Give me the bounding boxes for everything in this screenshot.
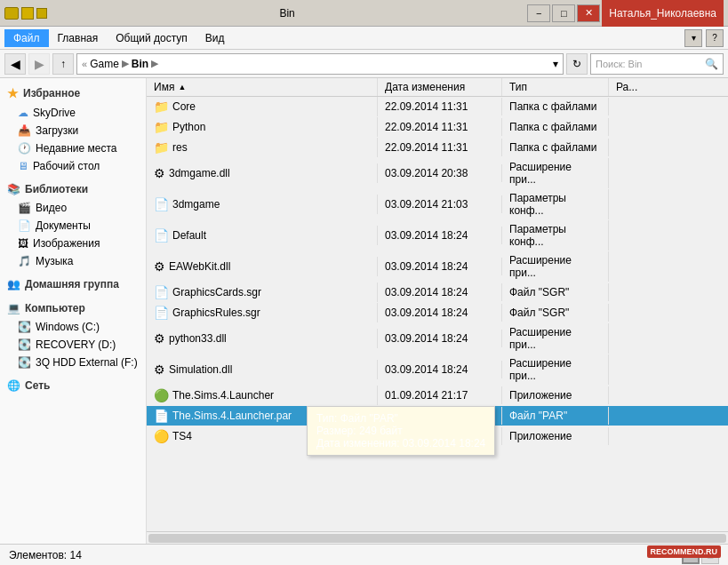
window-icon3 xyxy=(36,8,47,19)
sidebar-item-desktop[interactable]: 🖥 Рабочий стол xyxy=(0,157,146,175)
menu-item-home[interactable]: Главная xyxy=(49,29,108,47)
sidebar-header-network[interactable]: 🌐 Сеть xyxy=(0,376,146,395)
file-size xyxy=(609,393,662,398)
table-row[interactable]: 📁 Core 22.09.2014 11:31 Папка с файлами xyxy=(147,97,728,117)
table-row[interactable]: ⚙ Simulation.dll 03.09.2014 18:24 Расшир… xyxy=(147,354,728,386)
file-type: Параметры конф... xyxy=(502,189,609,219)
col-header-name[interactable]: Имя ▲ xyxy=(147,78,378,96)
file-name: Python xyxy=(172,121,205,133)
file-icon: 🟢 xyxy=(154,388,169,402)
table-row[interactable]: 📁 Python 22.09.2014 11:31 Папка с файлам… xyxy=(147,117,728,138)
file-name: EAWebKit.dll xyxy=(169,260,230,273)
table-row[interactable]: 📄 Default 03.09.2014 18:24 Параметры кон… xyxy=(147,220,728,251)
back-button[interactable]: ◀ xyxy=(4,53,26,75)
forward-button[interactable]: ▶ xyxy=(28,53,50,75)
menu-bar-right: ▾ ? xyxy=(684,29,724,47)
sidebar-section-computer: 💻 Компьютер 💽 Windows (C:) 💽 RECOVERY (D… xyxy=(0,298,146,371)
status-bar: Элементов: 14 ☰ ⊞ xyxy=(0,544,728,565)
menu-item-share[interactable]: Общий доступ xyxy=(107,29,196,47)
file-type: Папка с файлами xyxy=(502,118,609,136)
file-name: 3dmgame.dll xyxy=(169,167,230,179)
file-size xyxy=(609,171,662,176)
sidebar-item-music[interactable]: 🎵 Музыка xyxy=(0,252,146,270)
drive-c-label: Windows (C:) xyxy=(36,321,100,333)
table-row[interactable]: 📄 GraphicsCards.sgr 03.09.2014 18:24 Фай… xyxy=(147,282,728,303)
col-header-date[interactable]: Дата изменения xyxy=(378,78,502,96)
sidebar-item-documents[interactable]: 📄 Документы xyxy=(0,217,146,235)
libraries-label: Библиотеки xyxy=(25,183,88,195)
table-row[interactable]: ⚙ python33.dll 03.09.2014 18:24 Расширен… xyxy=(147,323,728,354)
table-row[interactable]: 🟢 The.Sims.4.Launcher 01.09.2014 21:17 П… xyxy=(147,386,728,406)
sidebar-item-skydrive[interactable]: ☁ SkyDrive xyxy=(0,104,146,122)
recent-icon: 🕐 xyxy=(18,142,31,155)
up-button[interactable]: ↑ xyxy=(52,53,74,75)
sidebar-item-images[interactable]: 🖼 Изображения xyxy=(0,235,146,252)
file-date: 03.09.2014 18:24 xyxy=(378,258,502,275)
file-date: 22.09.2014 11:31 xyxy=(378,139,502,156)
sidebar-section-network: 🌐 Сеть xyxy=(0,376,146,395)
file-icon: 📄 xyxy=(154,306,169,320)
path-arrow-1: ▶ xyxy=(122,58,129,69)
file-icon: 📄 xyxy=(154,285,169,299)
file-type: Расширение при... xyxy=(502,158,609,188)
file-list: 📁 Core 22.09.2014 11:31 Папка с файлами … xyxy=(147,97,728,531)
col-header-size[interactable]: Ра... xyxy=(609,78,662,96)
file-icon: 📁 xyxy=(154,120,169,134)
main-container: ★ Избранное ☁ SkyDrive 📥 Загрузки 🕐 Неда… xyxy=(0,78,728,544)
file-name: res xyxy=(172,141,188,154)
file-name: GraphicsRules.sgr xyxy=(172,306,260,319)
skydrive-icon: ☁ xyxy=(18,107,28,119)
sidebar-item-recent[interactable]: 🕐 Недавние места xyxy=(0,139,146,157)
horizontal-scrollbar[interactable] xyxy=(147,531,728,544)
images-label: Изображения xyxy=(33,237,100,250)
path-dropdown-arrow[interactable]: ▾ xyxy=(553,58,558,70)
file-size xyxy=(609,264,662,269)
computer-label: Компьютер xyxy=(25,302,85,314)
col-header-type[interactable]: Тип xyxy=(502,78,609,96)
table-row[interactable]: 📄 The.Sims.4.Launcher.par 03.09.2014 18:… xyxy=(147,406,728,426)
file-size xyxy=(609,124,662,130)
menu-bar: Файл Главная Общий доступ Вид ▾ ? xyxy=(0,27,728,50)
file-name: Simulation.dll xyxy=(169,363,232,376)
path-segment-game: Game xyxy=(90,58,119,70)
menu-item-file[interactable]: Файл xyxy=(4,29,49,47)
refresh-button[interactable]: ↻ xyxy=(566,53,588,75)
help-button[interactable]: ? xyxy=(706,29,724,47)
table-row[interactable]: 📁 res 22.09.2014 11:31 Папка с файлами xyxy=(147,138,728,158)
user-label: Наталья_Николаевна xyxy=(602,0,724,27)
file-header: Имя ▲ Дата изменения Тип Ра... xyxy=(147,78,728,97)
sidebar-item-drive-d[interactable]: 💽 RECOVERY (D:) xyxy=(0,336,146,354)
item-count: Элементов: 14 xyxy=(9,549,82,561)
sidebar-item-drive-c[interactable]: 💽 Windows (C:) xyxy=(0,318,146,336)
address-bar[interactable]: « Game ▶ Bin ▶ ▾ xyxy=(76,53,564,75)
sort-arrow: ▲ xyxy=(178,83,186,92)
file-size xyxy=(609,434,662,439)
minimize-button[interactable]: − xyxy=(527,4,550,22)
menu-item-view[interactable]: Вид xyxy=(196,29,234,47)
close-button[interactable]: ✕ xyxy=(577,4,600,22)
documents-icon: 📄 xyxy=(18,219,31,232)
file-icon: 🟡 xyxy=(154,429,169,443)
window-icon xyxy=(4,7,19,20)
computer-icon: 💻 xyxy=(7,302,20,314)
table-row[interactable]: ⚙ EAWebKit.dll 03.09.2014 18:24 Расширен… xyxy=(147,251,728,282)
maximize-button[interactable]: □ xyxy=(552,4,575,22)
file-size xyxy=(609,104,662,109)
file-size xyxy=(609,367,662,372)
hscroll-thumb[interactable] xyxy=(148,534,726,543)
sidebar-item-downloads[interactable]: 📥 Загрузки xyxy=(0,122,146,139)
menu-expand-button[interactable]: ▾ xyxy=(684,29,702,47)
table-row[interactable]: 📄 3dmgame 03.09.2014 21:03 Параметры кон… xyxy=(147,189,728,220)
table-row[interactable]: 📄 GraphicsRules.sgr 03.09.2014 18:24 Фай… xyxy=(147,303,728,323)
file-type: Папка с файлами xyxy=(502,98,609,115)
libraries-icon: 📚 xyxy=(7,183,20,195)
homegroup-label: Домашняя группа xyxy=(25,278,119,290)
table-row[interactable]: ⚙ 3dmgame.dll 03.09.2014 20:38 Расширени… xyxy=(147,158,728,189)
search-icon[interactable]: 🔍 xyxy=(705,58,718,70)
sidebar-item-video[interactable]: 🎬 Видео xyxy=(0,199,146,217)
search-bar[interactable]: Поиск: Bin 🔍 xyxy=(590,53,724,75)
sidebar-header-favorites: ★ Избранное xyxy=(0,83,146,104)
sidebar-header-homegroup[interactable]: 👥 Домашняя группа xyxy=(0,275,146,294)
sidebar-section-libraries: 📚 Библиотеки 🎬 Видео 📄 Документы 🖼 Изобр… xyxy=(0,179,146,270)
sidebar-item-drive-f[interactable]: 💽 3Q HDD External (F:) xyxy=(0,354,146,371)
